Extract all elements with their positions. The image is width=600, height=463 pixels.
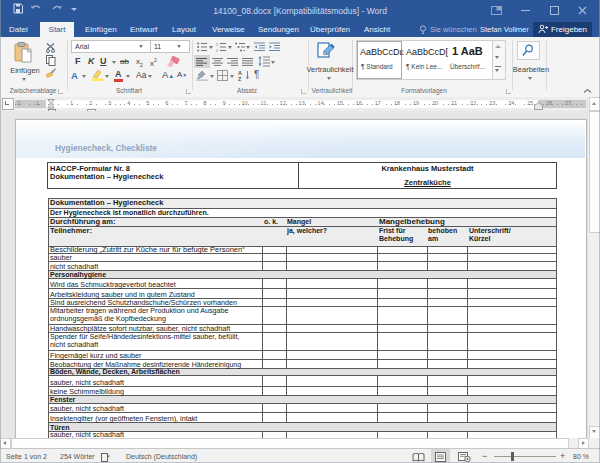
svg-text:2: 2	[216, 48, 219, 53]
svg-text:Z: Z	[238, 76, 242, 81]
svg-text:1: 1	[216, 42, 219, 47]
